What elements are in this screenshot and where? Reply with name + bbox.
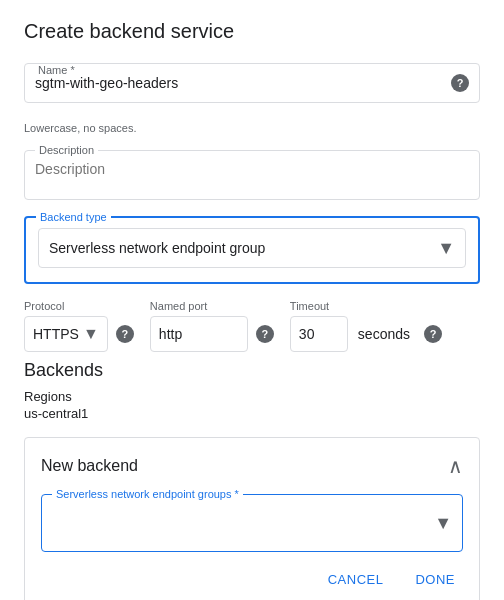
backend-type-label: Backend type xyxy=(36,211,111,223)
timeout-help-icon[interactable]: ? xyxy=(424,325,442,343)
timeout-input[interactable] xyxy=(299,326,339,342)
named-port-col: Named port ? xyxy=(150,300,274,352)
done-button[interactable]: DONE xyxy=(407,568,463,591)
protocol-select-wrapper[interactable]: HTTPS ▼ xyxy=(24,316,108,352)
timeout-col: Timeout seconds ? xyxy=(290,300,442,352)
backend-type-select-wrapper[interactable]: Serverless network endpoint group ▼ xyxy=(38,228,466,268)
new-backend-title: New backend xyxy=(41,457,138,475)
backend-type-section: Backend type Serverless network endpoint… xyxy=(24,216,480,284)
cancel-button[interactable]: CANCEL xyxy=(320,568,392,591)
sneg-select-row: ▼ xyxy=(52,505,452,541)
timeout-wrapper xyxy=(290,316,348,352)
sneg-label: Serverless network endpoint groups * xyxy=(52,488,243,500)
name-help-icon[interactable]: ? xyxy=(451,74,469,92)
backends-section: Backends Regions us-central1 New backend… xyxy=(24,360,480,600)
timeout-label: Timeout xyxy=(290,300,442,312)
sneg-field: Serverless network endpoint groups * ▼ xyxy=(41,494,463,552)
new-backend-header: New backend ∧ xyxy=(41,454,463,478)
regions-label: Regions xyxy=(24,389,480,404)
regions-value: us-central1 xyxy=(24,406,480,421)
description-label: Description xyxy=(35,144,98,156)
name-input-wrapper: ? xyxy=(24,63,480,103)
cancel-done-row: CANCEL DONE xyxy=(41,568,463,591)
new-backend-card: New backend ∧ Serverless network endpoin… xyxy=(24,437,480,600)
named-port-input[interactable] xyxy=(159,326,239,342)
timeout-unit-label: seconds xyxy=(358,326,410,342)
protocol-select[interactable]: HTTPS xyxy=(33,326,79,342)
description-input[interactable] xyxy=(35,161,469,177)
sneg-chevron-icon[interactable]: ▼ xyxy=(434,513,452,534)
name-hint: Lowercase, no spaces. xyxy=(24,122,480,134)
backend-type-select[interactable]: Serverless network endpoint group xyxy=(49,240,437,256)
description-field-group: Description xyxy=(24,150,480,200)
name-input[interactable] xyxy=(35,75,447,91)
sneg-input[interactable] xyxy=(52,505,434,541)
backend-type-chevron-icon: ▼ xyxy=(437,238,455,259)
page-title: Create backend service xyxy=(24,20,480,43)
description-wrapper: Description xyxy=(24,150,480,200)
name-label: Name xyxy=(38,64,67,76)
backends-title: Backends xyxy=(24,360,480,381)
protocol-col: Protocol HTTPS ▼ ? xyxy=(24,300,134,352)
protocol-chevron-icon: ▼ xyxy=(83,325,99,343)
protocol-row: Protocol HTTPS ▼ ? Named port ? xyxy=(24,300,480,352)
named-port-wrapper xyxy=(150,316,248,352)
protocol-label: Protocol xyxy=(24,300,134,312)
protocol-help-icon[interactable]: ? xyxy=(116,325,134,343)
new-backend-collapse-icon[interactable]: ∧ xyxy=(448,454,463,478)
name-field-group: ? Name * Lowercase, no spaces. xyxy=(24,63,480,134)
named-port-label: Named port xyxy=(150,300,274,312)
named-port-help-icon[interactable]: ? xyxy=(256,325,274,343)
